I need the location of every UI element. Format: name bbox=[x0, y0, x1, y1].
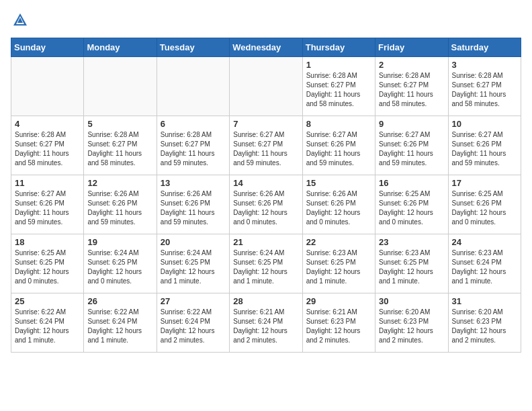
day-info: Sunrise: 6:24 AM Sunset: 6:25 PM Dayligh… bbox=[87, 248, 152, 286]
week-row-2: 4Sunrise: 6:28 AM Sunset: 6:27 PM Daylig… bbox=[11, 116, 521, 175]
calendar-cell: 4Sunrise: 6:28 AM Sunset: 6:27 PM Daylig… bbox=[11, 116, 84, 175]
calendar-cell bbox=[157, 57, 229, 116]
day-number: 29 bbox=[306, 296, 371, 306]
calendar-cell: 28Sunrise: 6:21 AM Sunset: 6:24 PM Dayli… bbox=[230, 293, 302, 353]
day-number: 21 bbox=[233, 237, 298, 247]
calendar-cell: 7Sunrise: 6:27 AM Sunset: 6:27 PM Daylig… bbox=[230, 116, 302, 175]
day-number: 16 bbox=[379, 178, 444, 188]
calendar-cell: 9Sunrise: 6:27 AM Sunset: 6:26 PM Daylig… bbox=[375, 116, 448, 175]
day-number: 3 bbox=[452, 60, 517, 70]
day-number: 12 bbox=[87, 178, 152, 188]
day-info: Sunrise: 6:26 AM Sunset: 6:26 PM Dayligh… bbox=[306, 189, 371, 227]
calendar-cell: 22Sunrise: 6:23 AM Sunset: 6:25 PM Dayli… bbox=[302, 234, 375, 293]
calendar-cell bbox=[11, 57, 84, 116]
day-info: Sunrise: 6:27 AM Sunset: 6:27 PM Dayligh… bbox=[233, 130, 298, 168]
day-number: 11 bbox=[15, 178, 80, 188]
day-number: 23 bbox=[379, 237, 444, 247]
calendar-cell: 6Sunrise: 6:28 AM Sunset: 6:27 PM Daylig… bbox=[157, 116, 229, 175]
day-info: Sunrise: 6:28 AM Sunset: 6:27 PM Dayligh… bbox=[306, 71, 371, 109]
calendar-cell: 19Sunrise: 6:24 AM Sunset: 6:25 PM Dayli… bbox=[84, 234, 157, 293]
calendar-cell: 24Sunrise: 6:23 AM Sunset: 6:24 PM Dayli… bbox=[448, 234, 521, 293]
day-number: 9 bbox=[379, 119, 444, 129]
day-header-monday: Monday bbox=[84, 38, 157, 57]
day-number: 5 bbox=[87, 119, 152, 129]
day-number: 10 bbox=[452, 119, 517, 129]
day-info: Sunrise: 6:23 AM Sunset: 6:25 PM Dayligh… bbox=[379, 248, 444, 286]
day-info: Sunrise: 6:25 AM Sunset: 6:26 PM Dayligh… bbox=[379, 189, 444, 227]
day-info: Sunrise: 6:28 AM Sunset: 6:27 PM Dayligh… bbox=[452, 71, 517, 109]
calendar-cell: 15Sunrise: 6:26 AM Sunset: 6:26 PM Dayli… bbox=[302, 175, 375, 234]
calendar-cell: 30Sunrise: 6:20 AM Sunset: 6:23 PM Dayli… bbox=[375, 293, 448, 353]
day-header-thursday: Thursday bbox=[302, 38, 375, 57]
day-number: 27 bbox=[161, 296, 226, 306]
calendar-cell: 23Sunrise: 6:23 AM Sunset: 6:25 PM Dayli… bbox=[375, 234, 448, 293]
day-number: 8 bbox=[306, 119, 371, 129]
day-number: 1 bbox=[306, 60, 371, 70]
day-info: Sunrise: 6:28 AM Sunset: 6:27 PM Dayligh… bbox=[379, 71, 444, 109]
day-info: Sunrise: 6:26 AM Sunset: 6:26 PM Dayligh… bbox=[161, 189, 226, 227]
day-info: Sunrise: 6:24 AM Sunset: 6:25 PM Dayligh… bbox=[233, 248, 298, 286]
day-number: 2 bbox=[379, 60, 444, 70]
calendar-cell: 17Sunrise: 6:25 AM Sunset: 6:26 PM Dayli… bbox=[448, 175, 521, 234]
calendar-cell: 11Sunrise: 6:27 AM Sunset: 6:26 PM Dayli… bbox=[11, 175, 84, 234]
day-number: 6 bbox=[161, 119, 226, 129]
calendar-cell: 20Sunrise: 6:24 AM Sunset: 6:25 PM Dayli… bbox=[157, 234, 229, 293]
day-info: Sunrise: 6:25 AM Sunset: 6:26 PM Dayligh… bbox=[452, 189, 517, 227]
day-info: Sunrise: 6:26 AM Sunset: 6:26 PM Dayligh… bbox=[233, 189, 298, 227]
calendar-header-row: SundayMondayTuesdayWednesdayThursdayFrid… bbox=[11, 38, 521, 57]
day-number: 30 bbox=[379, 296, 444, 306]
day-header-saturday: Saturday bbox=[448, 38, 521, 57]
day-info: Sunrise: 6:23 AM Sunset: 6:24 PM Dayligh… bbox=[452, 248, 517, 286]
day-info: Sunrise: 6:27 AM Sunset: 6:26 PM Dayligh… bbox=[306, 130, 371, 168]
calendar-cell: 25Sunrise: 6:22 AM Sunset: 6:24 PM Dayli… bbox=[11, 293, 84, 353]
calendar-cell: 13Sunrise: 6:26 AM Sunset: 6:26 PM Dayli… bbox=[157, 175, 229, 234]
day-number: 4 bbox=[15, 119, 80, 129]
day-number: 18 bbox=[15, 237, 80, 247]
day-header-wednesday: Wednesday bbox=[230, 38, 302, 57]
day-number: 31 bbox=[452, 296, 517, 306]
day-info: Sunrise: 6:26 AM Sunset: 6:26 PM Dayligh… bbox=[87, 189, 152, 227]
calendar-cell: 12Sunrise: 6:26 AM Sunset: 6:26 PM Dayli… bbox=[84, 175, 157, 234]
day-info: Sunrise: 6:22 AM Sunset: 6:24 PM Dayligh… bbox=[161, 308, 226, 345]
week-row-1: 1Sunrise: 6:28 AM Sunset: 6:27 PM Daylig… bbox=[11, 57, 521, 116]
day-info: Sunrise: 6:22 AM Sunset: 6:24 PM Dayligh… bbox=[87, 308, 152, 345]
calendar-cell: 16Sunrise: 6:25 AM Sunset: 6:26 PM Dayli… bbox=[375, 175, 448, 234]
day-info: Sunrise: 6:28 AM Sunset: 6:27 PM Dayligh… bbox=[15, 130, 80, 168]
day-number: 13 bbox=[161, 178, 226, 188]
week-row-5: 25Sunrise: 6:22 AM Sunset: 6:24 PM Dayli… bbox=[11, 293, 521, 353]
day-number: 15 bbox=[306, 178, 371, 188]
day-header-tuesday: Tuesday bbox=[157, 38, 229, 57]
day-number: 17 bbox=[452, 178, 517, 188]
page-header bbox=[11, 11, 521, 30]
logo-icon bbox=[11, 11, 30, 30]
day-info: Sunrise: 6:27 AM Sunset: 6:26 PM Dayligh… bbox=[452, 130, 517, 168]
calendar-cell: 26Sunrise: 6:22 AM Sunset: 6:24 PM Dayli… bbox=[84, 293, 157, 353]
calendar: SundayMondayTuesdayWednesdayThursdayFrid… bbox=[11, 38, 521, 353]
day-info: Sunrise: 6:27 AM Sunset: 6:26 PM Dayligh… bbox=[15, 189, 80, 227]
calendar-cell: 14Sunrise: 6:26 AM Sunset: 6:26 PM Dayli… bbox=[230, 175, 302, 234]
day-info: Sunrise: 6:20 AM Sunset: 6:23 PM Dayligh… bbox=[379, 308, 444, 345]
calendar-cell bbox=[230, 57, 302, 116]
calendar-cell: 21Sunrise: 6:24 AM Sunset: 6:25 PM Dayli… bbox=[230, 234, 302, 293]
logo bbox=[11, 11, 31, 30]
day-number: 20 bbox=[161, 237, 226, 247]
day-number: 26 bbox=[87, 296, 152, 306]
calendar-cell: 27Sunrise: 6:22 AM Sunset: 6:24 PM Dayli… bbox=[157, 293, 229, 353]
calendar-cell: 31Sunrise: 6:20 AM Sunset: 6:23 PM Dayli… bbox=[448, 293, 521, 353]
calendar-cell: 3Sunrise: 6:28 AM Sunset: 6:27 PM Daylig… bbox=[448, 57, 521, 116]
calendar-cell: 8Sunrise: 6:27 AM Sunset: 6:26 PM Daylig… bbox=[302, 116, 375, 175]
day-info: Sunrise: 6:21 AM Sunset: 6:24 PM Dayligh… bbox=[233, 308, 298, 345]
day-info: Sunrise: 6:28 AM Sunset: 6:27 PM Dayligh… bbox=[161, 130, 226, 168]
day-info: Sunrise: 6:21 AM Sunset: 6:23 PM Dayligh… bbox=[306, 308, 371, 345]
calendar-cell: 2Sunrise: 6:28 AM Sunset: 6:27 PM Daylig… bbox=[375, 57, 448, 116]
day-header-friday: Friday bbox=[375, 38, 448, 57]
day-info: Sunrise: 6:24 AM Sunset: 6:25 PM Dayligh… bbox=[161, 248, 226, 286]
calendar-cell: 5Sunrise: 6:28 AM Sunset: 6:27 PM Daylig… bbox=[84, 116, 157, 175]
calendar-cell: 18Sunrise: 6:25 AM Sunset: 6:25 PM Dayli… bbox=[11, 234, 84, 293]
day-info: Sunrise: 6:28 AM Sunset: 6:27 PM Dayligh… bbox=[87, 130, 152, 168]
day-info: Sunrise: 6:27 AM Sunset: 6:26 PM Dayligh… bbox=[379, 130, 444, 168]
day-info: Sunrise: 6:23 AM Sunset: 6:25 PM Dayligh… bbox=[306, 248, 371, 286]
day-number: 25 bbox=[15, 296, 80, 306]
week-row-3: 11Sunrise: 6:27 AM Sunset: 6:26 PM Dayli… bbox=[11, 175, 521, 234]
day-header-sunday: Sunday bbox=[11, 38, 84, 57]
